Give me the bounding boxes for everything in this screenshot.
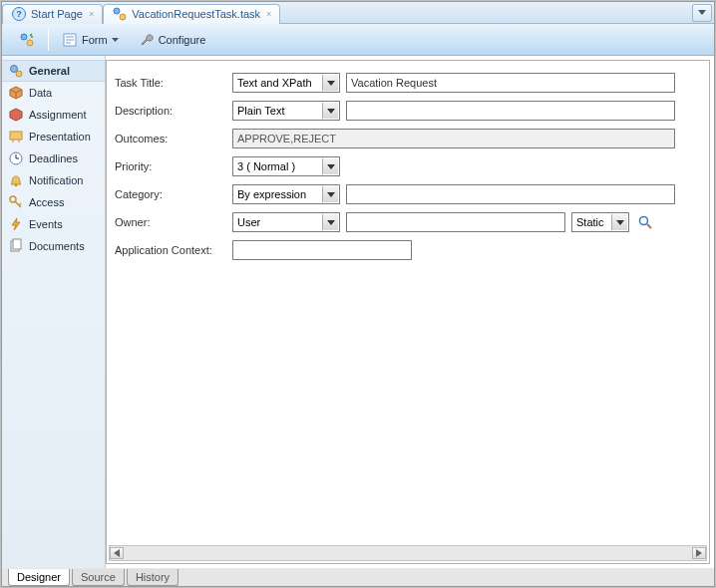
task-file-icon [112,6,128,22]
combo-value: Static [576,216,604,228]
nav-item-presentation[interactable]: Presentation [2,126,105,147]
svg-point-2 [114,8,120,14]
label-category: Category: [115,188,232,200]
chevron-down-icon [322,158,338,174]
nav-label: Deadlines [29,152,78,164]
app-context-input[interactable] [232,240,412,260]
horizontal-scrollbar[interactable] [109,545,707,561]
svg-marker-36 [696,549,702,557]
editor-window: ? Start Page × VacationRequestTask.task … [1,1,715,587]
chevron-down-icon [322,186,338,202]
editor-tabstrip: ? Start Page × VacationRequestTask.task … [2,2,714,24]
gears-icon [8,63,24,79]
chevron-down-icon [611,214,627,230]
svg-point-33 [640,217,648,225]
section-nav: General Data Assignment Presentation Dea… [2,56,106,568]
svg-marker-35 [114,549,120,557]
svg-marker-32 [616,220,624,225]
svg-marker-11 [112,38,119,42]
description-input[interactable] [346,101,675,121]
form-dropdown-button[interactable]: Form [55,28,126,52]
svg-point-5 [21,34,27,40]
form-icon [62,32,78,48]
combo-value: User [237,216,260,228]
combo-value: Plain Text [237,105,285,117]
svg-marker-4 [698,10,706,15]
close-icon[interactable]: × [89,9,94,19]
svg-point-13 [16,71,22,77]
assignment-icon [8,107,24,123]
nav-label: Events [29,218,63,230]
owner-browse-button[interactable] [637,214,653,230]
owner-input[interactable] [346,212,565,232]
owner-scope-combo[interactable]: Static [571,212,629,232]
help-icon: ? [11,6,27,22]
svg-point-20 [15,184,18,187]
tab-task-file[interactable]: VacationRequestTask.task × [103,4,280,24]
bell-icon [8,172,24,188]
wrench-icon [139,32,155,48]
tab-start-page[interactable]: ? Start Page × [2,4,103,24]
owner-mode-combo[interactable]: User [232,212,340,232]
description-mode-combo[interactable]: Plain Text [232,101,340,121]
close-icon[interactable]: × [266,9,271,19]
nav-item-data[interactable]: Data [2,82,105,104]
svg-marker-28 [327,109,335,114]
label-app-context: Application Context: [115,244,232,256]
wizard-button[interactable] [12,28,42,52]
view-tab-history[interactable]: History [127,569,179,586]
svg-rect-14 [10,132,22,140]
chevron-down-icon [322,75,338,91]
nav-label: General [29,65,70,77]
label-priority: Priority: [115,160,232,172]
tab-label: VacationRequestTask.task [132,8,260,20]
nav-item-assignment[interactable]: Assignment [2,104,105,126]
search-icon [637,214,653,230]
chevron-down-icon [112,38,119,42]
svg-marker-24 [12,218,20,230]
combo-value: 3 ( Normal ) [237,160,295,172]
lightning-icon [8,216,24,232]
clock-icon [8,150,24,166]
tab-overflow-menu[interactable] [692,4,712,22]
wizard-icon [19,32,35,48]
tab-label: Start Page [31,8,83,20]
priority-combo[interactable]: 3 ( Normal ) [232,156,340,176]
svg-marker-31 [327,220,335,225]
nav-label: Presentation [29,131,91,143]
view-tab-source[interactable]: Source [72,569,125,586]
category-mode-combo[interactable]: By expression [232,184,340,204]
category-input[interactable] [346,184,675,204]
chevron-down-icon [322,103,338,119]
configure-label: Configure [159,34,206,46]
nav-item-notification[interactable]: Notification [2,169,105,191]
nav-item-general[interactable]: General [2,60,105,82]
svg-text:?: ? [16,9,22,19]
svg-marker-30 [327,192,335,197]
toolbar: Form Configure [2,24,714,56]
scroll-left-button[interactable] [110,547,124,559]
svg-point-3 [120,14,126,20]
configure-button[interactable]: Configure [132,28,213,52]
package-icon [8,85,24,101]
task-title-mode-combo[interactable]: Text and XPath [232,73,340,93]
svg-marker-29 [327,164,335,169]
label-owner: Owner: [115,216,232,228]
nav-item-access[interactable]: Access [2,191,105,213]
svg-point-12 [11,66,18,73]
svg-line-23 [19,203,21,205]
task-title-input[interactable] [346,73,675,93]
nav-item-events[interactable]: Events [2,213,105,235]
view-tab-designer[interactable]: Designer [8,569,70,586]
form-label: Form [82,34,108,46]
label-description: Description: [115,105,232,117]
nav-item-deadlines[interactable]: Deadlines [2,147,105,169]
nav-label: Notification [29,174,83,186]
scroll-right-button[interactable] [692,547,706,559]
nav-item-documents[interactable]: Documents [2,235,105,257]
nav-label: Documents [29,240,85,252]
outcomes-input[interactable] [232,129,675,148]
nav-label: Assignment [29,109,86,121]
svg-point-6 [27,40,33,46]
view-tabstrip: Designer Source History [2,568,714,586]
